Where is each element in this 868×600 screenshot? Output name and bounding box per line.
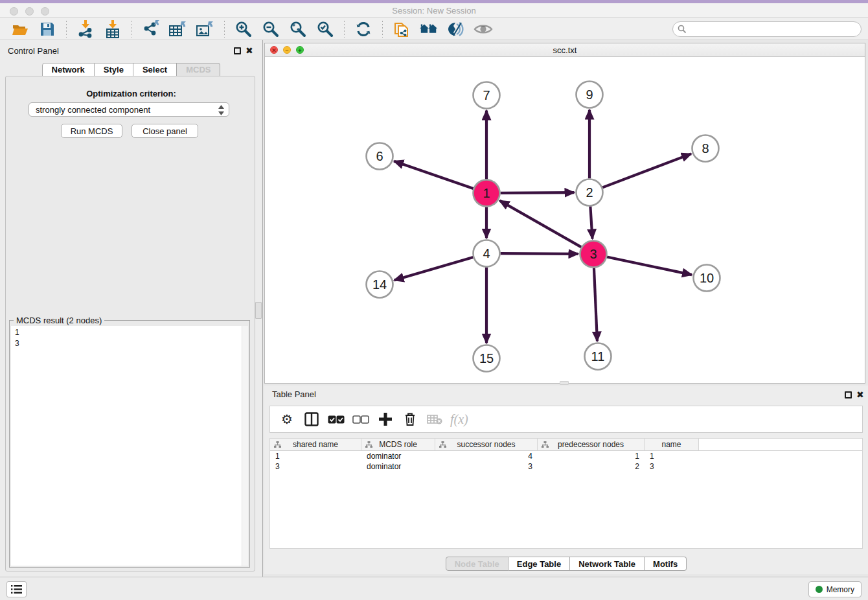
column-header-shared-name[interactable]: shared name [270, 439, 361, 450]
node-2[interactable]: 2 [577, 179, 603, 206]
network-resize-handle[interactable] [560, 381, 569, 385]
node-table[interactable]: shared nameMCDS rolesuccessor nodesprede… [269, 438, 863, 549]
column-sort-icon[interactable] [365, 441, 372, 450]
save-session-icon[interactable] [38, 19, 57, 39]
zoom-fit-icon[interactable] [288, 19, 308, 39]
node-8[interactable]: 8 [692, 135, 719, 162]
memory-button[interactable]: Memory [808, 581, 862, 597]
panel-splitter[interactable] [262, 40, 263, 577]
edge-3-to-11[interactable] [594, 268, 597, 341]
mcds-result-text[interactable]: 13 [11, 326, 242, 566]
network-graph[interactable]: 7968124314101511 [265, 57, 865, 383]
import-table-icon[interactable] [103, 19, 122, 39]
node-6[interactable]: 6 [367, 143, 393, 170]
tab-select[interactable]: Select [133, 63, 177, 76]
refresh-layout-icon[interactable] [354, 19, 373, 39]
float-panel-icon[interactable] [234, 47, 241, 54]
edge-4-to-14[interactable] [394, 257, 474, 280]
search-input[interactable] [672, 21, 862, 37]
node-1[interactable]: 1 [474, 180, 500, 207]
table-settings-gear-icon[interactable]: ⚙ [278, 410, 296, 428]
home-networks-icon[interactable] [419, 19, 439, 39]
tab-edge-table[interactable]: Edge Table [508, 557, 570, 571]
svg-text:7: 7 [483, 88, 490, 102]
export-table-icon[interactable] [168, 19, 188, 39]
deselect-all-columns-icon[interactable] [352, 410, 370, 428]
column-header-predecessor-nodes[interactable]: predecessor nodes [538, 439, 645, 450]
cell-name: 1 [645, 451, 699, 461]
splitter-handle[interactable] [255, 302, 262, 319]
node-3[interactable]: 3 [580, 241, 607, 268]
import-network-icon[interactable] [76, 19, 95, 39]
delete-column-trash-icon[interactable] [401, 410, 419, 428]
close-panel-button[interactable]: Close panel [131, 124, 198, 138]
node-7[interactable]: 7 [474, 82, 500, 109]
node-table-header-row: shared nameMCDS rolesuccessor nodesprede… [270, 439, 862, 451]
column-header-name[interactable]: name [645, 439, 699, 450]
node-10[interactable]: 10 [694, 265, 720, 292]
column-sort-icon[interactable] [274, 441, 281, 450]
memory-status-dot [816, 586, 823, 593]
zoom-out-icon[interactable] [261, 19, 280, 39]
select-all-columns-icon[interactable] [327, 410, 345, 428]
edge-2-to-8[interactable] [602, 154, 691, 187]
tab-mcds[interactable]: MCDS [177, 63, 220, 76]
network-window-titlebar[interactable]: ✕ − + scc.txt [265, 43, 865, 57]
toolbar-separator [66, 21, 67, 38]
cell-predecessor-nodes: 1 [538, 451, 645, 461]
zoom-selected-icon[interactable] [315, 19, 335, 39]
node-4[interactable]: 4 [474, 240, 500, 267]
tab-node-table[interactable]: Node Table [446, 557, 508, 571]
close-table-panel-icon[interactable]: ✖ [856, 391, 864, 398]
export-network-icon[interactable] [141, 19, 161, 39]
search-field[interactable] [672, 21, 862, 37]
svg-text:6: 6 [376, 149, 383, 163]
node-14[interactable]: 14 [367, 271, 393, 298]
copy-network-icon[interactable] [392, 19, 411, 39]
main-toolbar [0, 18, 868, 40]
column-sort-icon[interactable] [542, 441, 549, 450]
edge-3-to-10[interactable] [607, 257, 692, 275]
node-9[interactable]: 9 [577, 82, 603, 108]
close-panel-icon[interactable]: ✖ [246, 47, 253, 54]
tab-network[interactable]: Network [42, 63, 95, 76]
show-hide-eye-icon[interactable] [474, 19, 493, 39]
mcds-result-scrollbar[interactable] [242, 326, 248, 566]
column-header-successor-nodes[interactable]: successor nodes [435, 439, 538, 450]
create-column-plus-icon[interactable] [376, 410, 394, 428]
tab-network-table[interactable]: Network Table [570, 557, 645, 571]
show-columns-icon[interactable] [303, 410, 321, 428]
network-window-title: scc.txt [265, 45, 865, 55]
run-mcds-button[interactable]: Run MCDS [61, 124, 122, 138]
edge-1-to-2[interactable] [500, 192, 574, 193]
style-brush-icon[interactable] [446, 19, 466, 39]
criterion-dropdown[interactable]: strongly connected component [29, 102, 229, 117]
toolbar-separator [344, 21, 345, 38]
control-panel: Control Panel ✖ NetworkStyleSelectMCDS O… [0, 40, 262, 577]
table-toolbar: ⚙ f(x) [269, 406, 863, 433]
node-table-rows: 1dominator4113dominator323 [270, 451, 862, 472]
titlebar[interactable]: Session: New Session [0, 3, 868, 18]
edge-2-to-3[interactable] [590, 206, 592, 238]
table-row[interactable]: 1dominator411 [270, 451, 862, 461]
tab-motifs[interactable]: Motifs [645, 557, 687, 571]
export-image-icon[interactable] [196, 19, 215, 39]
svg-text:8: 8 [702, 141, 709, 156]
edge-1-to-6[interactable] [394, 161, 473, 189]
zoom-in-icon[interactable] [234, 19, 253, 39]
dropdown-stepper-icon [218, 105, 224, 117]
mcds-result-group: MCDS result (2 nodes) 13 [9, 320, 250, 568]
node-15[interactable]: 15 [474, 345, 500, 372]
network-canvas[interactable]: 7968124314101511 [265, 57, 865, 383]
task-history-list-button[interactable] [6, 581, 27, 597]
float-table-panel-icon[interactable] [845, 391, 852, 398]
edge-3-to-1[interactable] [499, 201, 581, 248]
node-11[interactable]: 11 [585, 343, 611, 370]
open-session-icon[interactable] [10, 19, 30, 39]
column-header-MCDS-role[interactable]: MCDS role [361, 439, 435, 450]
edge-4-to-3[interactable] [500, 253, 578, 254]
tab-style[interactable]: Style [95, 63, 133, 76]
table-row[interactable]: 3dominator323 [270, 461, 862, 472]
svg-text:4: 4 [483, 246, 490, 260]
column-sort-icon[interactable] [439, 441, 446, 450]
